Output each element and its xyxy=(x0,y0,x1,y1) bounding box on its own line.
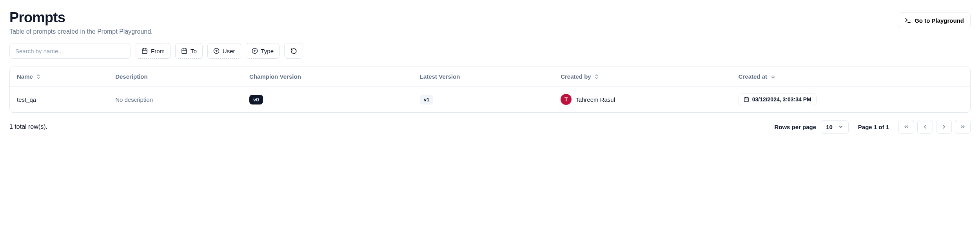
sort-icon xyxy=(36,74,41,79)
sort-icon xyxy=(594,74,599,79)
calendar-icon xyxy=(142,48,148,54)
filter-user-button[interactable]: User xyxy=(207,43,241,59)
calendar-icon xyxy=(181,48,187,54)
filter-type-button[interactable]: Type xyxy=(246,43,280,59)
created-at-value: 03/12/2024, 3:03:34 PM xyxy=(752,96,811,103)
column-header-champion-version[interactable]: Champion Version xyxy=(249,73,301,80)
column-header-description[interactable]: Description xyxy=(115,73,148,80)
rows-per-page-label: Rows per page xyxy=(774,124,816,130)
svg-rect-5 xyxy=(182,49,187,54)
svg-rect-1 xyxy=(142,49,147,54)
go-to-playground-button[interactable]: Go to Playground xyxy=(898,13,971,28)
column-header-created-at-label: Created at xyxy=(739,73,767,80)
column-header-created-by[interactable]: Created by xyxy=(561,73,599,80)
column-header-champion-version-label: Champion Version xyxy=(249,73,301,80)
next-page-button[interactable] xyxy=(936,120,952,134)
filter-from-button[interactable]: From xyxy=(136,43,171,59)
calendar-icon xyxy=(744,97,749,102)
rows-per-page-select[interactable]: 10 xyxy=(821,120,849,134)
created-by-name: Tahreem Rasul xyxy=(575,96,615,103)
terminal-icon xyxy=(904,17,911,24)
column-header-created-by-label: Created by xyxy=(561,73,591,80)
go-to-playground-label: Go to Playground xyxy=(915,17,964,24)
chevrons-right-icon xyxy=(960,124,966,130)
filter-type-label: Type xyxy=(261,48,274,54)
column-header-latest-version-label: Latest Version xyxy=(420,73,460,80)
avatar: T xyxy=(561,94,572,105)
svg-rect-16 xyxy=(744,97,748,102)
filter-to-label: To xyxy=(191,48,197,54)
cell-name: test_qa xyxy=(10,86,108,113)
filter-from-label: From xyxy=(151,48,165,54)
column-header-name-label: Name xyxy=(17,73,33,80)
plus-circle-icon xyxy=(252,48,258,54)
cell-created-by: T Tahreem Rasul xyxy=(561,94,615,105)
page-title: Prompts xyxy=(9,9,153,26)
first-page-button[interactable] xyxy=(898,120,914,134)
column-header-description-label: Description xyxy=(115,73,148,80)
plus-circle-icon xyxy=(213,48,220,54)
created-at-pill: 03/12/2024, 3:03:34 PM xyxy=(739,94,817,105)
column-header-latest-version[interactable]: Latest Version xyxy=(420,73,460,80)
page-info: Page 1 of 1 xyxy=(858,124,889,130)
filter-user-label: User xyxy=(223,48,235,54)
refresh-button[interactable] xyxy=(284,43,303,59)
chevron-down-icon xyxy=(838,124,844,130)
chevrons-left-icon xyxy=(903,124,909,130)
rows-per-page-value: 10 xyxy=(826,124,833,130)
last-page-button[interactable] xyxy=(955,120,971,134)
column-header-created-at[interactable]: Created at xyxy=(739,73,776,80)
arrow-down-icon xyxy=(770,74,776,79)
chevron-left-icon xyxy=(922,124,928,130)
table-row[interactable]: test_qa No description v0 v1 T Tahreem R… xyxy=(10,86,970,113)
prompts-table: Name Description Champion Version xyxy=(9,67,971,113)
search-input[interactable] xyxy=(9,43,131,59)
refresh-icon xyxy=(290,48,297,54)
champion-version-badge: v0 xyxy=(249,95,263,104)
latest-version-badge: v1 xyxy=(420,95,433,104)
column-header-name[interactable]: Name xyxy=(17,73,41,80)
total-rows-label: 1 total row(s). xyxy=(9,123,47,130)
page-subtitle: Table of prompts created in the Prompt P… xyxy=(9,28,153,35)
filter-to-button[interactable]: To xyxy=(175,43,203,59)
chevron-right-icon xyxy=(941,124,947,130)
prev-page-button[interactable] xyxy=(917,120,933,134)
cell-description: No description xyxy=(108,86,242,113)
